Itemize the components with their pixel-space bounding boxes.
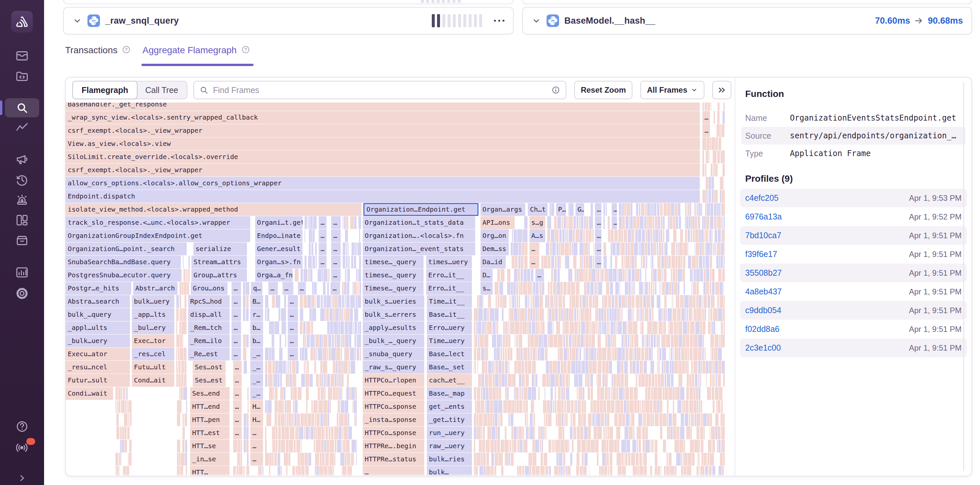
flame-sliver[interactable] [667, 256, 668, 268]
flame-sliver[interactable] [707, 203, 710, 216]
flame-sliver[interactable] [345, 308, 349, 321]
flame-frame[interactable]: times…uery [426, 256, 472, 268]
flame-sliver[interactable] [715, 361, 718, 374]
flame-sliver[interactable] [314, 426, 315, 439]
flame-sliver[interactable] [477, 348, 481, 360]
flame-sliver[interactable] [329, 400, 331, 413]
flame-sliver[interactable] [475, 400, 476, 413]
flame-sliver[interactable] [667, 453, 668, 466]
flame-sliver[interactable] [678, 400, 681, 413]
flame-sliver[interactable] [644, 361, 647, 374]
flame-sliver[interactable] [182, 440, 185, 452]
flame-sliver[interactable] [717, 111, 719, 124]
flame-sliver[interactable] [477, 453, 480, 466]
flame-sliver[interactable] [509, 308, 510, 321]
flame-frame[interactable]: HTT…end [190, 400, 229, 413]
sidebar-item-settings[interactable] [0, 286, 44, 301]
flame-sliver[interactable] [620, 282, 620, 295]
flame-sliver[interactable] [703, 348, 704, 360]
flame-sliver[interactable] [326, 374, 327, 387]
flame-sliver[interactable] [571, 414, 572, 426]
flame-sliver[interactable] [718, 269, 722, 282]
flame-sliver[interactable] [505, 387, 506, 400]
flame-sliver[interactable] [355, 242, 356, 255]
flame-sliver[interactable] [665, 387, 668, 400]
flame-sliver[interactable] [307, 295, 311, 308]
flame-sliver[interactable] [533, 440, 535, 452]
flame-sliver[interactable] [176, 308, 178, 321]
flame-frame[interactable]: run_…uery [427, 426, 472, 439]
flame-sliver[interactable] [536, 282, 539, 295]
flame-sliver[interactable] [271, 348, 275, 360]
flame-sliver[interactable] [515, 400, 516, 413]
flame-sliver[interactable] [123, 466, 126, 477]
flame-frame[interactable]: Cond…ait [132, 374, 174, 387]
flame-sliver[interactable] [609, 440, 614, 452]
flame-sliver[interactable] [701, 203, 702, 216]
flame-sliver[interactable] [576, 216, 579, 229]
function-card-basemodel-hash[interactable]: BaseModel.__hash__ 70.60ms 90.68ms [522, 7, 972, 35]
flame-frame[interactable]: HTTPCo…equest [363, 387, 424, 400]
flame-sliver[interactable] [515, 295, 516, 308]
flame-sliver[interactable] [719, 282, 722, 295]
flame-sliver[interactable] [319, 374, 321, 387]
flame-sliver[interactable] [657, 269, 662, 282]
flame-sliver[interactable] [562, 414, 564, 426]
flame-frame[interactable]: HTT… [190, 466, 229, 477]
flame-sliver[interactable] [560, 440, 565, 452]
flame-sliver[interactable] [337, 374, 339, 387]
flame-sliver[interactable] [644, 414, 646, 426]
flame-sliver[interactable] [632, 269, 635, 282]
flame-sliver[interactable] [492, 334, 496, 347]
flame-sliver[interactable] [474, 348, 477, 360]
flame-sliver[interactable] [724, 242, 725, 255]
flame-frame[interactable]: s…g [530, 216, 546, 229]
flame-sliver[interactable] [694, 400, 696, 413]
flame-sliver[interactable] [350, 361, 355, 374]
flame-sliver[interactable] [358, 295, 361, 308]
flame-sliver[interactable] [628, 334, 630, 347]
flame-sliver[interactable] [577, 440, 581, 452]
flame-sliver[interactable] [306, 400, 308, 413]
flame-sliver[interactable] [612, 387, 616, 400]
flame-sliver[interactable] [632, 282, 633, 295]
flame-sliver[interactable] [581, 400, 584, 413]
flame-sliver[interactable] [701, 414, 703, 426]
flame-sliver[interactable] [489, 374, 492, 387]
flame-sliver[interactable] [316, 440, 321, 452]
flame-sliver[interactable] [320, 308, 325, 321]
flame-sliver[interactable] [177, 453, 178, 466]
flame-sliver[interactable] [617, 466, 622, 477]
flame-sliver[interactable] [667, 426, 670, 439]
flame-sliver[interactable] [691, 361, 693, 374]
flame-sliver[interactable] [299, 426, 303, 439]
flame-sliver[interactable] [644, 453, 647, 466]
flame-sliver[interactable] [634, 387, 638, 400]
flame-sliver[interactable] [695, 216, 697, 229]
sidebar-item-help[interactable] [0, 419, 44, 434]
flame-frame[interactable]: Endpo…inate [255, 229, 302, 242]
flame-sliver[interactable] [582, 295, 586, 308]
flame-sliver[interactable] [640, 361, 643, 374]
flame-sliver[interactable] [309, 216, 310, 229]
flame-sliver[interactable] [588, 387, 590, 400]
flame-frame[interactable]: … [233, 387, 242, 400]
flame-sliver[interactable] [479, 466, 483, 477]
flame-sliver[interactable] [514, 269, 517, 282]
flame-sliver[interactable] [633, 321, 637, 334]
flame-sliver[interactable] [638, 414, 642, 426]
flame-sliver[interactable] [523, 348, 527, 360]
flame-sliver[interactable] [580, 256, 581, 268]
flame-sliver[interactable] [498, 361, 501, 374]
flame-frame[interactable]: Base…lect [427, 348, 472, 360]
flame-sliver[interactable] [628, 426, 633, 439]
flame-sliver[interactable] [636, 374, 637, 387]
flame-sliver[interactable] [565, 242, 569, 255]
flame-sliver[interactable] [589, 242, 589, 255]
flame-sliver[interactable] [581, 334, 583, 347]
flame-frame[interactable]: … [283, 282, 293, 295]
flame-sliver[interactable] [697, 308, 701, 321]
flame-sliver[interactable] [525, 242, 528, 255]
flame-frame[interactable]: … [233, 414, 242, 426]
flame-sliver[interactable] [316, 256, 317, 268]
